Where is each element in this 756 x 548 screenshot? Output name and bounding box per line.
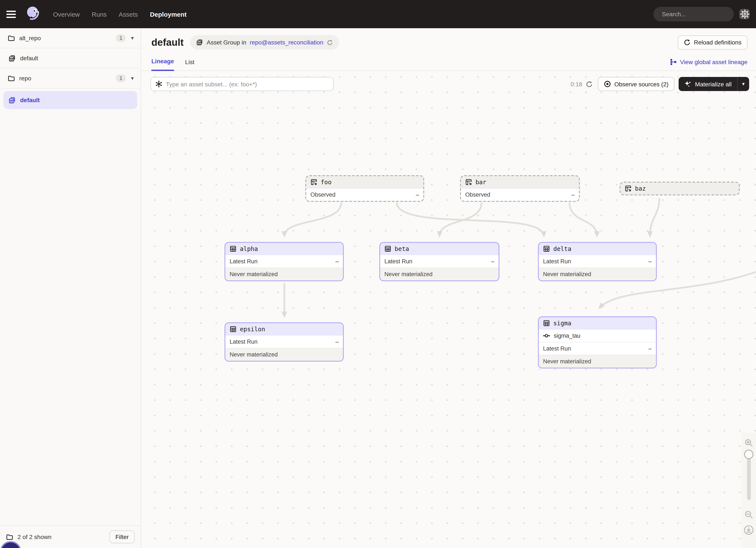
materialize-all-button[interactable]: Materialize all [679,77,737,91]
sidebar-item-alt-repo[interactable]: alt_repo 1 ▼ [0,28,141,48]
zoom-out-icon[interactable] [744,510,753,519]
materialize-all-label: Materialize all [695,81,732,87]
zoom-controls [741,433,756,548]
main-panel: default Asset Group in repo@assets_recon… [141,28,756,548]
reload-definitions-button[interactable]: Reload definitions [678,35,747,49]
materialization-status: Never materialized [539,268,656,280]
observed-label: Observed [310,192,335,198]
latest-run-value: – [648,258,652,265]
asset-node-delta[interactable]: delta Latest Run – Never materialized [538,242,657,281]
sidebar-item-default-selected[interactable]: default [3,91,137,109]
asset-check-name: sigma_tau [554,332,580,339]
lineage-canvas[interactable]: 0:18 Observe sources (2) [141,74,756,548]
asset-node-baz[interactable]: baz [620,182,740,195]
observe-sources-label: Observe sources (2) [614,81,669,87]
view-global-lineage-label: View global asset lineage [680,59,748,65]
source-asset-icon [465,179,472,186]
asset-node-foo[interactable]: foo Observed – [305,175,424,202]
repo-label: alt_repo [19,35,41,41]
latest-run-label: Latest Run [543,345,571,352]
zoom-slider[interactable] [747,451,751,500]
view-global-lineage-link[interactable]: View global asset lineage [670,59,748,71]
top-nav-bar: Overview Runs Assets Deployment / [0,0,756,28]
op-selector-icon [155,80,162,88]
observed-value: – [416,192,419,198]
refresh-icon[interactable] [327,39,333,46]
latest-run-label: Latest Run [543,258,571,265]
chevron-down-icon[interactable]: ▼ [130,76,135,81]
materialize-dropdown-button[interactable]: ▼ [738,77,749,91]
asset-group-icon [9,55,16,62]
materialization-status: Never materialized [380,268,499,280]
repo-label: repo [19,75,31,82]
dagster-logo-icon[interactable] [25,5,43,23]
asset-name: bar [475,179,486,186]
asset-table-icon [384,246,391,252]
tab-lineage[interactable]: Lineage [151,58,174,71]
asset-group-icon [9,96,16,104]
refresh-icon[interactable] [586,81,592,87]
asset-table-icon [230,246,236,252]
page-title: default [151,37,184,48]
nav-runs[interactable]: Runs [92,10,107,18]
reload-definitions-label: Reload definitions [694,39,741,46]
materialization-status: Never materialized [225,268,343,280]
observe-eye-icon [604,80,611,88]
asset-group-pill: Asset Group in repo@assets_reconciliatio… [190,35,339,50]
materialize-all-group: Materialize all ▼ [679,77,749,91]
sidebar-item-repo[interactable]: repo 1 ▼ [0,68,141,89]
asset-table-icon [543,246,550,252]
repo-link[interactable]: repo@assets_reconciliation [250,39,323,46]
asset-subset-input[interactable] [166,81,329,87]
asset-check-row[interactable]: sigma_tau [539,329,656,342]
gear-icon [740,9,750,19]
asset-node-bar[interactable]: bar Observed – [460,175,580,202]
graph-toolbar: 0:18 Observe sources (2) [151,77,749,91]
asset-subset-filter[interactable] [151,77,334,91]
group-label: default [20,97,40,104]
repo-sidebar: alt_repo 1 ▼ default repo 1 ▼ [0,28,141,548]
latest-run-label: Latest Run [384,258,412,265]
asset-node-alpha[interactable]: alpha Latest Run – Never materialized [224,242,344,281]
asset-node-beta[interactable]: beta Latest Run – Never materialized [379,242,499,281]
observed-value: – [571,192,575,198]
observed-label: Observed [465,192,490,198]
tab-list[interactable]: List [185,59,195,71]
latest-run-label: Latest Run [230,258,258,265]
observe-sources-button[interactable]: Observe sources (2) [598,77,675,91]
asset-table-icon [230,326,236,332]
search-input[interactable] [662,11,739,18]
asset-group-icon [196,39,203,46]
tab-bar: Lineage List View global asset lineage [141,55,756,71]
shown-count-label: 2 of 2 shown [18,533,52,540]
latest-run-label: Latest Run [230,338,258,345]
lineage-graph-icon [670,59,677,65]
filter-button[interactable]: Filter [109,530,135,543]
menu-button[interactable] [0,0,22,28]
sidebar-item-default-altrepo[interactable]: default [0,48,141,68]
edge-foo-delta [397,203,544,236]
download-view-icon[interactable] [744,525,754,535]
nav-overview[interactable]: Overview [53,10,80,18]
folder-icon [8,75,15,82]
nav-deployment[interactable]: Deployment [150,10,187,18]
edge-baz-delta [650,198,659,236]
chevron-down-icon[interactable]: ▼ [130,36,135,41]
pill-prefix-label: Asset Group in [207,39,246,46]
asset-node-sigma[interactable]: sigma sigma_tau Latest Run – Never mater… [538,316,657,368]
nav-assets[interactable]: Assets [119,10,138,18]
hamburger-icon [6,9,16,19]
refresh-icon [684,39,690,46]
materialization-status: Never materialized [539,355,656,368]
zoom-in-icon[interactable] [744,439,753,447]
latest-run-value: – [648,345,652,352]
settings-button[interactable] [734,0,756,28]
zoom-slider-handle[interactable] [744,450,753,459]
asset-name: epsilon [240,326,265,332]
materialize-sparkle-icon [684,80,692,88]
global-search[interactable]: / [653,7,734,21]
materialization-status: Never materialized [225,348,343,361]
asset-node-epsilon[interactable]: epsilon Latest Run – Never materialized [224,322,344,362]
asset-name: delta [553,246,571,252]
repo-count-badge: 1 [116,34,126,42]
